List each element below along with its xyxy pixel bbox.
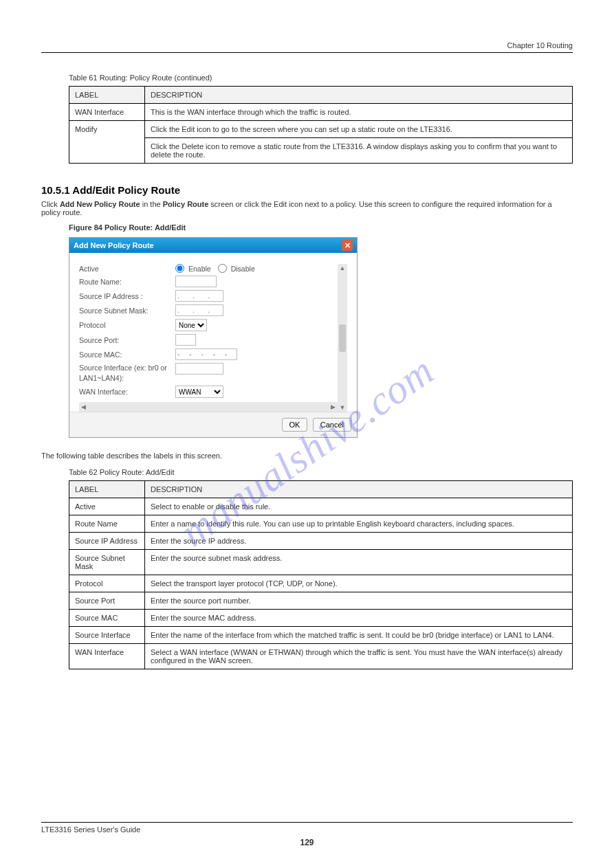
cell-label: Source IP Address — [69, 533, 145, 550]
table-row: ActiveSelect to enable or disable this r… — [69, 498, 573, 515]
footer-rule — [41, 822, 573, 823]
scroll-thumb[interactable] — [339, 324, 346, 352]
table-row: Click the Delete icon to remove a static… — [69, 138, 573, 164]
cell-label: Source Subnet Mask — [69, 550, 145, 575]
protocol-select[interactable]: None — [175, 319, 207, 331]
section-body-mid: in the — [142, 200, 163, 208]
cell-desc: Enter the name of the interface from whi… — [145, 627, 573, 644]
section-body-bold2: Policy Route — [163, 200, 209, 208]
table-row: Source InterfaceEnter the name of the in… — [69, 627, 573, 644]
cell-label: Route Name — [69, 515, 145, 533]
scroll-up-icon[interactable]: ▲ — [338, 264, 347, 272]
active-disable-radio[interactable] — [218, 264, 227, 273]
cell-label: Active — [69, 498, 145, 515]
section-body: Click Add New Policy Route in the Policy… — [41, 200, 573, 216]
col-description: DESCRIPTION — [145, 481, 573, 498]
col-description: DESCRIPTION — [145, 87, 573, 104]
route-name-row: Route Name: — [79, 276, 338, 287]
source-subnet-label: Source Subnet Mask: — [79, 307, 175, 315]
scroll-left-icon[interactable]: ◀ — [79, 403, 88, 410]
wan-iface-select[interactable]: WWAN — [175, 386, 223, 398]
cell-desc: Select to enable or disable this rule. — [145, 498, 573, 515]
cell-label: Modify — [69, 121, 145, 164]
table-62: LABEL DESCRIPTION ActiveSelect to enable… — [69, 480, 573, 669]
source-ip-label: Source IP Address : — [79, 292, 175, 300]
ok-button[interactable]: OK — [282, 418, 308, 432]
table-row: Source MACEnter the source MAC address. — [69, 610, 573, 627]
table-62-caption: Table 62 Policy Route: Add/Edit — [69, 468, 573, 476]
table-row: ProtocolSelect the transport layer proto… — [69, 575, 573, 592]
table-row: Modify Click the Edit icon to go to the … — [69, 121, 573, 138]
route-name-label: Route Name: — [79, 278, 175, 286]
figure-caption: Figure 84 Policy Route: Add/Edit — [69, 223, 573, 232]
source-port-row: Source Port: — [79, 334, 338, 346]
cell-label: WAN Interface — [69, 104, 145, 121]
header-rule — [41, 52, 573, 53]
cell-desc: Select a WAN interface (WWAN or ETHWAN) … — [145, 644, 573, 669]
cell-desc: Click the Delete icon to remove a static… — [145, 138, 573, 164]
cell-desc: Select the transport layer protocol (TCP… — [145, 575, 573, 592]
policy-route-dialog: Add New Policy Route ✕ Active Enable Dis… — [69, 237, 358, 438]
table-row: Source Subnet MaskEnter the source subne… — [69, 550, 573, 575]
cell-label: Source Interface — [69, 627, 145, 644]
cell-label: Source MAC — [69, 610, 145, 627]
chapter-header: Chapter 10 Routing — [41, 41, 573, 49]
page-footer: LTE3316 Series User's Guide 129 — [41, 822, 573, 847]
source-iface-label: Source Interface (ex: br0 or LAN1~LAN4): — [79, 363, 175, 383]
table-header-row: LABEL DESCRIPTION — [69, 481, 573, 498]
route-name-input[interactable] — [175, 276, 217, 287]
section-body-bold1: Add New Policy Route — [60, 200, 140, 208]
table-61: LABEL DESCRIPTION WAN Interface This is … — [69, 86, 573, 164]
scroll-down-icon[interactable]: ▼ — [338, 403, 347, 412]
wan-iface-label: WAN Interface: — [79, 388, 175, 396]
table-row: Route NameEnter a name to identify this … — [69, 515, 573, 533]
cell-desc: Enter the source subnet mask address. — [145, 550, 573, 575]
active-label: Active — [79, 265, 175, 273]
col-label: LABEL — [69, 87, 145, 104]
footer-product: LTE3316 Series User's Guide — [41, 825, 140, 834]
active-enable-radio[interactable] — [175, 264, 184, 273]
cell-label: WAN Interface — [69, 644, 145, 669]
source-port-label: Source Port: — [79, 336, 175, 344]
col-label: LABEL — [69, 481, 145, 498]
source-mac-label: Source MAC: — [79, 350, 175, 359]
source-iface-input[interactable] — [175, 363, 223, 375]
protocol-row: Protocol None — [79, 319, 338, 331]
dialog-footer: OK Cancel — [69, 412, 357, 437]
cell-desc: Enter the source port number. — [145, 592, 573, 610]
source-ip-input[interactable] — [175, 290, 223, 302]
section-heading: 10.5.1 Add/Edit Policy Route — [41, 184, 573, 196]
source-subnet-row: Source Subnet Mask: — [79, 304, 338, 316]
horizontal-scrollbar[interactable]: ◀ ▶ — [79, 402, 338, 412]
table-header-row: LABEL DESCRIPTION — [69, 87, 573, 104]
cell-label: Source Port — [69, 592, 145, 610]
source-iface-row: Source Interface (ex: br0 or LAN1~LAN4): — [79, 363, 338, 383]
cell-desc: Enter a name to identify this rule. You … — [145, 515, 573, 533]
cell-label: Protocol — [69, 575, 145, 592]
table-row: WAN InterfaceSelect a WAN interface (WWA… — [69, 644, 573, 669]
enable-label: Enable — [188, 265, 211, 273]
wan-iface-row: WAN Interface: WWAN — [79, 386, 338, 398]
section-body-prefix: Click — [41, 200, 60, 208]
source-ip-row: Source IP Address : — [79, 290, 338, 302]
cancel-button[interactable]: Cancel — [313, 418, 351, 432]
source-subnet-input[interactable] — [175, 304, 223, 316]
table-row: Source PortEnter the source port number. — [69, 592, 573, 610]
source-mac-row: Source MAC: — [79, 348, 338, 360]
vertical-scrollbar[interactable]: ▲ ▼ — [338, 264, 347, 412]
table-62-intro: The following table describes the labels… — [41, 452, 573, 460]
disable-label: Disable — [231, 265, 255, 273]
source-mac-input[interactable] — [175, 348, 237, 360]
cell-desc: This is the WAN interface through which … — [145, 104, 573, 121]
dialog-titlebar: Add New Policy Route ✕ — [69, 238, 357, 253]
table-row: Source IP AddressEnter the source IP add… — [69, 533, 573, 550]
table-61-caption: Table 61 Routing: Policy Route (continue… — [69, 74, 573, 82]
cell-desc: Enter the source MAC address. — [145, 610, 573, 627]
close-icon[interactable]: ✕ — [342, 240, 353, 251]
footer-page-number: 129 — [300, 838, 314, 847]
scroll-right-icon[interactable]: ▶ — [329, 403, 338, 410]
cell-desc: Enter the source IP address. — [145, 533, 573, 550]
protocol-label: Protocol — [79, 321, 175, 329]
source-port-input[interactable] — [175, 334, 196, 346]
table-row: WAN Interface This is the WAN interface … — [69, 104, 573, 121]
